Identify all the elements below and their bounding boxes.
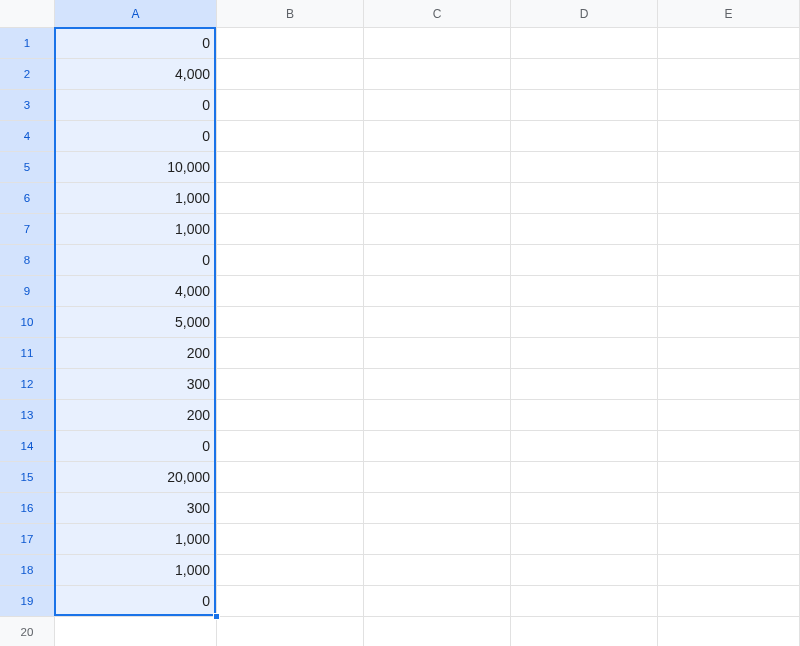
row-header-16[interactable]: 16 [0,493,55,524]
cell-a4[interactable]: 0 [55,121,217,152]
cell-e15[interactable] [658,462,800,493]
cell-d12[interactable] [511,369,658,400]
cell-e5[interactable] [658,152,800,183]
cell-c6[interactable] [364,183,511,214]
cell-a17[interactable]: 1,000 [55,524,217,555]
cell-e17[interactable] [658,524,800,555]
cell-b12[interactable] [217,369,364,400]
cell-b11[interactable] [217,338,364,369]
row-header-20[interactable]: 20 [0,617,55,646]
cell-a13[interactable]: 200 [55,400,217,431]
cell-e9[interactable] [658,276,800,307]
cell-b17[interactable] [217,524,364,555]
cell-e18[interactable] [658,555,800,586]
cell-e10[interactable] [658,307,800,338]
row-header-6[interactable]: 6 [0,183,55,214]
cell-c10[interactable] [364,307,511,338]
cell-a6[interactable]: 1,000 [55,183,217,214]
cell-d19[interactable] [511,586,658,617]
cell-d18[interactable] [511,555,658,586]
cell-d8[interactable] [511,245,658,276]
cell-e11[interactable] [658,338,800,369]
cell-c5[interactable] [364,152,511,183]
cell-a16[interactable]: 300 [55,493,217,524]
row-header-19[interactable]: 19 [0,586,55,617]
cell-a9[interactable]: 4,000 [55,276,217,307]
cell-b9[interactable] [217,276,364,307]
cell-d13[interactable] [511,400,658,431]
cell-d17[interactable] [511,524,658,555]
cell-e13[interactable] [658,400,800,431]
cell-a12[interactable]: 300 [55,369,217,400]
cell-e7[interactable] [658,214,800,245]
cell-c20[interactable] [364,617,511,646]
row-header-12[interactable]: 12 [0,369,55,400]
cell-a2[interactable]: 4,000 [55,59,217,90]
column-header-e[interactable]: E [658,0,800,28]
column-header-a[interactable]: A [55,0,217,28]
row-header-3[interactable]: 3 [0,90,55,121]
cell-a11[interactable]: 200 [55,338,217,369]
cell-c8[interactable] [364,245,511,276]
cell-e20[interactable] [658,617,800,646]
column-header-b[interactable]: B [217,0,364,28]
row-header-10[interactable]: 10 [0,307,55,338]
cell-b1[interactable] [217,28,364,59]
cell-d6[interactable] [511,183,658,214]
fill-handle[interactable] [213,613,220,620]
row-header-5[interactable]: 5 [0,152,55,183]
cell-d10[interactable] [511,307,658,338]
cell-d15[interactable] [511,462,658,493]
cell-b5[interactable] [217,152,364,183]
cell-c3[interactable] [364,90,511,121]
cell-b4[interactable] [217,121,364,152]
row-header-13[interactable]: 13 [0,400,55,431]
cell-c18[interactable] [364,555,511,586]
cell-d16[interactable] [511,493,658,524]
cell-e3[interactable] [658,90,800,121]
row-header-17[interactable]: 17 [0,524,55,555]
cell-a7[interactable]: 1,000 [55,214,217,245]
cell-c16[interactable] [364,493,511,524]
cell-c13[interactable] [364,400,511,431]
cell-c4[interactable] [364,121,511,152]
row-header-8[interactable]: 8 [0,245,55,276]
cell-d7[interactable] [511,214,658,245]
column-header-c[interactable]: C [364,0,511,28]
cell-b8[interactable] [217,245,364,276]
cell-e2[interactable] [658,59,800,90]
cell-c14[interactable] [364,431,511,462]
cell-b6[interactable] [217,183,364,214]
cell-e1[interactable] [658,28,800,59]
cell-a10[interactable]: 5,000 [55,307,217,338]
cell-b16[interactable] [217,493,364,524]
cell-d20[interactable] [511,617,658,646]
cell-a18[interactable]: 1,000 [55,555,217,586]
cell-e4[interactable] [658,121,800,152]
cell-b13[interactable] [217,400,364,431]
row-header-2[interactable]: 2 [0,59,55,90]
select-all-corner[interactable] [0,0,55,28]
cell-e16[interactable] [658,493,800,524]
column-header-d[interactable]: D [511,0,658,28]
cell-e6[interactable] [658,183,800,214]
cell-e14[interactable] [658,431,800,462]
cell-e8[interactable] [658,245,800,276]
cell-b14[interactable] [217,431,364,462]
cell-d1[interactable] [511,28,658,59]
row-header-15[interactable]: 15 [0,462,55,493]
row-header-1[interactable]: 1 [0,28,55,59]
row-header-11[interactable]: 11 [0,338,55,369]
cell-c15[interactable] [364,462,511,493]
cell-d9[interactable] [511,276,658,307]
cell-e19[interactable] [658,586,800,617]
cell-b18[interactable] [217,555,364,586]
cell-b15[interactable] [217,462,364,493]
cell-c19[interactable] [364,586,511,617]
row-header-4[interactable]: 4 [0,121,55,152]
cell-e12[interactable] [658,369,800,400]
cell-b2[interactable] [217,59,364,90]
cell-d3[interactable] [511,90,658,121]
cell-a19[interactable]: 0 [55,586,217,617]
cell-c12[interactable] [364,369,511,400]
